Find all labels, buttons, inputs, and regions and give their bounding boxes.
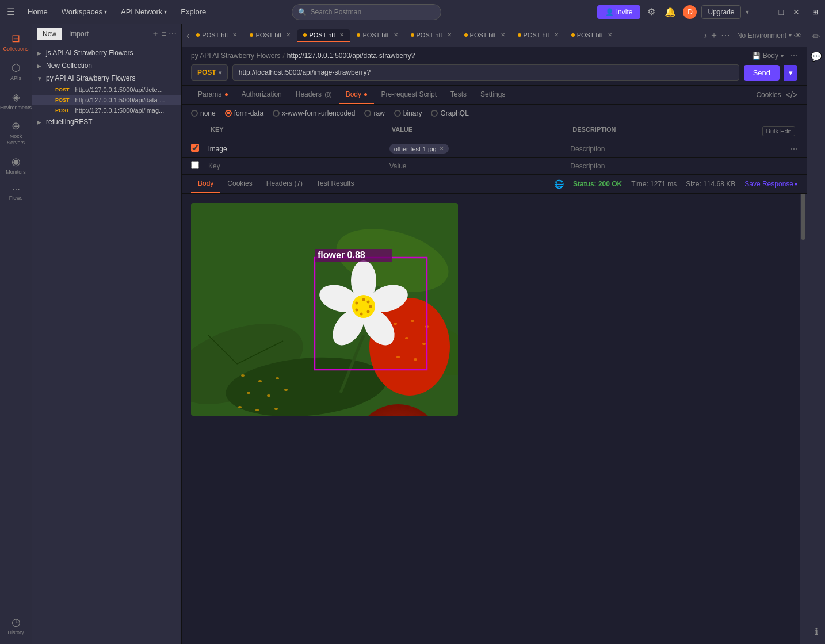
collection-py-api[interactable]: ▼ py API AI Strawberry Flowers — [32, 72, 181, 85]
url-input[interactable] — [232, 64, 739, 80]
request-item-imag[interactable]: POST http://127.0.0.1:5000/api/imag... — [32, 105, 181, 116]
sidebar-item-monitors[interactable]: ◉ Monitors — [2, 152, 30, 179]
upgrade-dropdown-icon[interactable]: ▾ — [746, 8, 749, 16]
row2-checkbox[interactable] — [191, 161, 199, 169]
row1-chip-close[interactable]: ✕ — [439, 145, 444, 152]
tab-authorization[interactable]: Authorization — [235, 86, 289, 104]
tab-8-close[interactable]: ✕ — [608, 32, 612, 38]
more-tabs-button[interactable]: ⋯ — [721, 30, 730, 41]
option-graphql[interactable]: GraphQL — [431, 109, 468, 117]
more-actions-icon[interactable]: ⋯ — [790, 52, 797, 60]
request-item-data[interactable]: POST http://127.0.0.1:5000/api/data-... — [32, 95, 181, 105]
tab-7[interactable]: POST htt ✕ — [512, 29, 564, 42]
resp-tab-headers[interactable]: Headers (7) — [259, 175, 310, 193]
tab-5[interactable]: POST htt ✕ — [405, 29, 457, 42]
method-select[interactable]: POST ▾ — [191, 64, 228, 80]
option-urlencoded[interactable]: x-www-form-urlencoded — [273, 109, 355, 117]
globe-icon[interactable]: 🌐 — [554, 179, 564, 189]
tab-settings[interactable]: Settings — [473, 86, 512, 104]
sidebar-item-mock-servers[interactable]: ⊕ Mock Servers — [2, 116, 30, 150]
tab-params[interactable]: Params — [191, 86, 235, 104]
sidebar-item-environments[interactable]: ◈ Environments — [2, 87, 30, 114]
sidebar-item-history[interactable]: ◷ History — [2, 612, 30, 639]
tab-2[interactable]: POST htt ✕ — [244, 29, 296, 42]
notifications-icon[interactable]: 🔔 — [662, 4, 678, 20]
cookies-link[interactable]: Cookies — [756, 91, 781, 99]
row1-description-input[interactable] — [570, 145, 751, 153]
right-panel-info-icon[interactable]: ℹ — [812, 624, 820, 639]
tab-8[interactable]: POST htt ✕ — [566, 29, 618, 42]
close-button[interactable]: ✕ — [789, 6, 803, 18]
prev-tab-button[interactable]: ‹ — [186, 30, 189, 41]
code-icon[interactable]: </> — [786, 90, 797, 99]
tab-1[interactable]: POST htt ✕ — [190, 29, 243, 42]
save-response-button[interactable]: Save Response ▾ — [744, 180, 797, 188]
collection-new[interactable]: ▶ New Collection — [32, 59, 181, 72]
save-button[interactable]: 💾 Body ▾ — [752, 52, 784, 60]
resp-tab-body[interactable]: Body — [191, 175, 220, 193]
invite-button[interactable]: 👤 Invite — [597, 5, 641, 19]
row1-checkbox[interactable] — [191, 144, 199, 152]
sidebar-item-flows[interactable]: ⋯ Flows — [2, 181, 30, 205]
more-options-icon[interactable]: ⋯ — [169, 29, 177, 39]
right-panel-comment-icon[interactable]: 💬 — [808, 49, 824, 64]
new-tab-button[interactable]: ＋ — [709, 29, 719, 41]
send-button[interactable]: Send — [744, 65, 780, 80]
response-scrollbar-thumb[interactable] — [801, 194, 805, 240]
layout-icon[interactable]: ⊞ — [812, 8, 818, 16]
tab-tests[interactable]: Tests — [444, 86, 473, 104]
add-collection-icon[interactable]: ＋ — [151, 29, 159, 39]
option-binary[interactable]: binary — [394, 109, 422, 117]
search-bar[interactable]: 🔍 Search Postman — [292, 4, 441, 20]
new-button[interactable]: New — [37, 28, 62, 40]
tab-4-close[interactable]: ✕ — [394, 32, 398, 38]
nav-home[interactable]: Home — [22, 5, 54, 18]
filter-icon[interactable]: ≡ — [162, 29, 166, 39]
settings-icon[interactable]: ⚙ — [645, 4, 658, 20]
sidebar-item-apis[interactable]: ⬡ APIs — [2, 58, 30, 85]
profile-icon[interactable]: D — [683, 5, 697, 19]
import-button[interactable]: Import — [64, 28, 93, 40]
row2-description-input[interactable] — [570, 162, 751, 170]
tab-headers[interactable]: Headers (8) — [289, 86, 339, 104]
bulk-edit-button[interactable]: Bulk Edit — [762, 126, 795, 136]
tab-2-close[interactable]: ✕ — [286, 32, 291, 38]
tab-1-close[interactable]: ✕ — [232, 32, 237, 38]
tab-pre-request[interactable]: Pre-request Script — [374, 86, 444, 104]
breadcrumb-collection[interactable]: py API AI Strawberry Flowers — [191, 52, 280, 60]
minimize-button[interactable]: — — [758, 6, 773, 18]
row2-key-input[interactable] — [208, 162, 389, 170]
send-dropdown-button[interactable]: ▾ — [784, 65, 797, 80]
nav-explore[interactable]: Explore — [175, 5, 212, 18]
upgrade-button[interactable]: Upgrade — [701, 5, 740, 19]
maximize-button[interactable]: □ — [776, 6, 787, 18]
next-tab-button[interactable]: › — [704, 30, 707, 41]
tab-4[interactable]: POST htt ✕ — [351, 29, 403, 42]
row1-more-icon[interactable]: ⋯ — [790, 145, 797, 153]
resp-tab-cookies[interactable]: Cookies — [220, 175, 259, 193]
collection-refuelling[interactable]: ▶ refuellingREST — [32, 116, 181, 128]
tab-6-close[interactable]: ✕ — [501, 32, 505, 38]
row1-key-input[interactable] — [208, 145, 389, 153]
tab-6[interactable]: POST htt ✕ — [459, 29, 511, 42]
tab-5-close[interactable]: ✕ — [447, 32, 452, 38]
tab-3-close[interactable]: ✕ — [339, 32, 344, 38]
option-raw[interactable]: raw — [364, 109, 384, 117]
request-item-dete[interactable]: POST http://127.0.0.1:5000/api/dete... — [32, 85, 181, 95]
right-panel-edit-icon[interactable]: ✏ — [810, 29, 822, 44]
collection-js-api[interactable]: ▶ js API AI Strawberry Flowers — [32, 47, 181, 59]
option-none[interactable]: none — [191, 109, 216, 117]
tab-body[interactable]: Body — [339, 86, 375, 104]
menu-icon[interactable]: ☰ — [7, 6, 15, 17]
env-settings-icon[interactable]: 👁 — [794, 31, 802, 40]
tab-3[interactable]: POST htt ✕ — [297, 29, 350, 42]
nav-workspaces[interactable]: Workspaces ▾ — [56, 5, 113, 18]
env-selector[interactable]: No Environment ▾ — [737, 32, 792, 40]
save-dropdown-icon[interactable]: ▾ — [781, 53, 784, 59]
nav-api-network[interactable]: API Network ▾ — [115, 5, 173, 18]
resp-tab-test-results[interactable]: Test Results — [310, 175, 361, 193]
row2-value-input[interactable] — [389, 162, 571, 170]
option-form-data[interactable]: form-data — [225, 109, 263, 117]
sidebar-item-collections[interactable]: ⊟ Collections — [2, 29, 30, 56]
tab-7-close[interactable]: ✕ — [554, 32, 559, 38]
